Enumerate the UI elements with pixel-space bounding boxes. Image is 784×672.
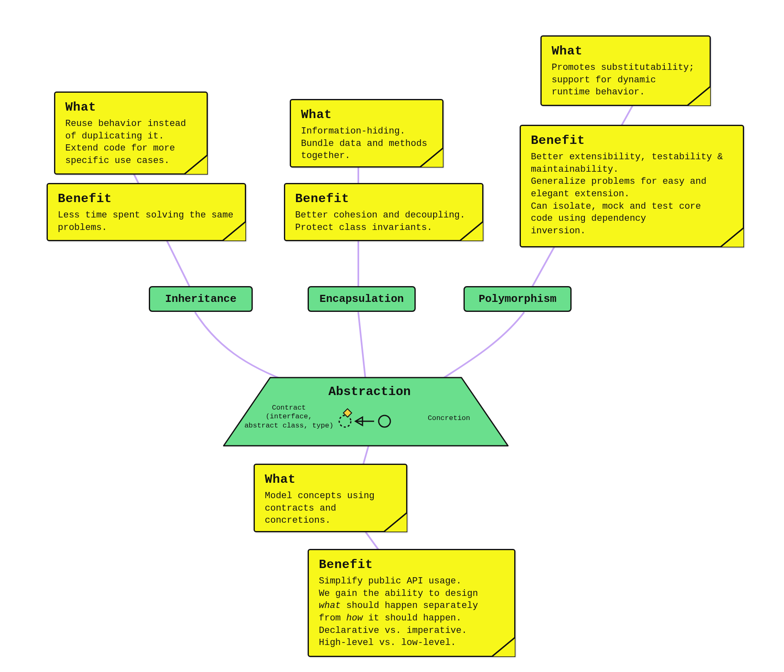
note-body: Reuse behavior instead of duplicating it… xyxy=(65,118,197,167)
encapsulation-pill: Encapsulation xyxy=(308,286,416,312)
polymorphism-benefit-note: Benefit Better extensibility, testabilit… xyxy=(520,125,744,247)
pill-label: Encapsulation xyxy=(320,293,404,305)
inheritance-benefit-note: Benefit Less time spent solving the same… xyxy=(47,183,246,241)
inheritance-what-note: What Reuse behavior instead of duplicati… xyxy=(54,91,208,175)
svg-point-19 xyxy=(339,415,351,427)
note-body: Less time spent solving the same problem… xyxy=(58,209,235,234)
note-body: Simplify public API usage.We gain the ab… xyxy=(319,575,504,649)
pill-label: Polymorphism xyxy=(478,293,556,305)
note-title: What xyxy=(265,472,396,487)
note-title: What xyxy=(552,44,700,58)
abstraction-title: Abstraction xyxy=(328,385,411,399)
note-title: Benefit xyxy=(295,192,472,206)
note-body: Better cohesion and decoupling. Protect … xyxy=(295,209,472,234)
note-body: Promotes substitutability; support for d… xyxy=(552,62,700,99)
note-title: Benefit xyxy=(319,558,504,572)
encapsulation-benefit-note: Benefit Better cohesion and decoupling. … xyxy=(284,183,483,241)
polymorphism-what-note: What Promotes substitutability; support … xyxy=(540,35,711,106)
abstraction-block: Abstraction Contract (interface, abstrac… xyxy=(220,374,511,449)
note-title: Benefit xyxy=(58,192,235,206)
note-title: What xyxy=(65,100,197,114)
encapsulation-what-note: What Information-hiding. Bundle data and… xyxy=(290,99,444,168)
svg-point-23 xyxy=(379,415,390,427)
pill-label: Inheritance xyxy=(165,293,237,305)
diagram-stage: What Reuse behavior instead of duplicati… xyxy=(0,0,784,672)
abstraction-what-note: What Model concepts using contracts and … xyxy=(254,464,407,532)
polymorphism-pill: Polymorphism xyxy=(463,286,572,312)
note-body: Information-hiding. Bundle data and meth… xyxy=(301,125,432,162)
abstraction-benefit-note: Benefit Simplify public API usage.We gai… xyxy=(308,549,515,657)
note-body: Model concepts using contracts and concr… xyxy=(265,490,396,527)
note-body: Better extensibility, testability & main… xyxy=(531,151,733,237)
abstraction-symbol-icon xyxy=(333,405,416,430)
abstraction-contract-label: Contract (interface, abstract class, typ… xyxy=(241,403,337,430)
inheritance-pill: Inheritance xyxy=(149,286,253,312)
svg-line-3 xyxy=(358,313,366,383)
abstraction-concretion-label: Concretion xyxy=(418,414,480,422)
note-title: What xyxy=(301,108,432,122)
note-title: Benefit xyxy=(531,133,733,148)
